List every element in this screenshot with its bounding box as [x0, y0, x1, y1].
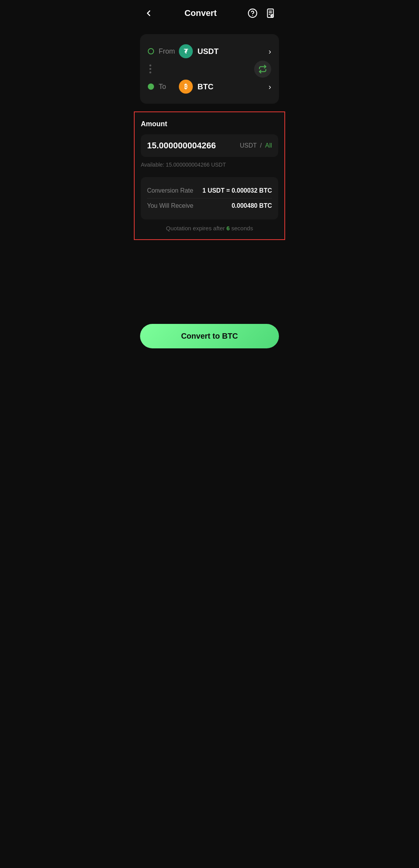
all-button[interactable]: All	[265, 142, 272, 149]
to-label: To	[159, 83, 174, 91]
expiry-notice: Quotation expires after 6 seconds	[141, 225, 278, 231]
from-dot-indicator	[148, 48, 154, 54]
to-dot-indicator	[148, 83, 154, 90]
conversion-details-card: Conversion Rate 1 USDT = 0.000032 BTC Yo…	[141, 177, 278, 219]
header-actions	[246, 6, 277, 20]
currency-selector-card: From ₮ USDT › To ₿	[140, 34, 279, 104]
receive-label: You Will Receive	[147, 202, 193, 209]
help-button[interactable]	[246, 6, 260, 20]
back-button[interactable]	[142, 6, 156, 20]
from-currency-name: USDT	[197, 47, 264, 56]
amount-value: 15.000000004266	[147, 141, 216, 151]
dots-separator	[148, 61, 271, 77]
usdt-icon: ₮	[179, 44, 193, 58]
receive-value: 0.000480 BTC	[232, 202, 272, 209]
btc-icon: ₿	[179, 80, 193, 94]
available-balance: Available: 15.000000004266 USDT	[141, 162, 278, 168]
amount-currency-all: USDT / All	[240, 142, 272, 149]
amount-title: Amount	[141, 120, 278, 128]
history-button[interactable]	[263, 6, 277, 20]
conversion-rate-label: Conversion Rate	[147, 187, 193, 194]
spacer	[134, 240, 285, 318]
to-chevron-icon: ›	[268, 82, 271, 91]
conversion-rate-value: 1 USDT = 0.000032 BTC	[203, 187, 272, 194]
to-currency-name: BTC	[197, 82, 264, 91]
receive-row: You Will Receive 0.000480 BTC	[147, 198, 272, 213]
swap-button[interactable]	[254, 61, 271, 78]
to-currency-row[interactable]: To ₿ BTC ›	[148, 77, 271, 96]
from-currency-row[interactable]: From ₮ USDT ›	[148, 42, 271, 61]
from-label: From	[159, 47, 174, 56]
from-chevron-icon: ›	[268, 47, 271, 56]
convert-button-wrapper: Convert to BTC	[134, 318, 285, 361]
convert-to-btc-button[interactable]: Convert to BTC	[140, 324, 279, 348]
page-title: Convert	[156, 8, 246, 18]
amount-section: Amount 15.000000004266 USDT / All Availa…	[134, 111, 285, 240]
expiry-seconds: 6	[227, 225, 230, 231]
amount-currency-label: USDT	[240, 142, 257, 149]
app-header: Convert	[134, 0, 285, 26]
conversion-rate-row: Conversion Rate 1 USDT = 0.000032 BTC	[147, 183, 272, 198]
amount-input-row[interactable]: 15.000000004266 USDT / All	[141, 134, 278, 157]
